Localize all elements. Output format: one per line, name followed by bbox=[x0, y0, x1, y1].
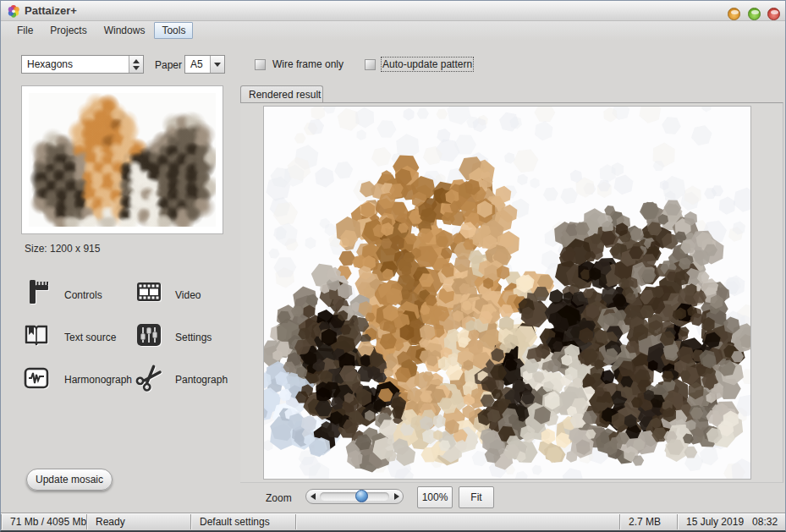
status-file-size: 2.7 MB bbox=[621, 513, 677, 530]
app-logo-flower-icon bbox=[7, 4, 20, 18]
status-spacer bbox=[297, 513, 619, 530]
wire-frame-checkbox-row: Wire frame only bbox=[255, 58, 344, 70]
tab-rendered-result[interactable]: Rendered result bbox=[240, 85, 323, 103]
status-time: 08:32 bbox=[752, 516, 778, 528]
film-icon bbox=[135, 277, 163, 306]
sliders-icon bbox=[135, 321, 163, 349]
menu-file[interactable]: File bbox=[9, 22, 41, 39]
tool-pantograph[interactable] bbox=[135, 364, 163, 392]
tsquare-icon bbox=[22, 277, 51, 306]
auto-update-checkbox[interactable] bbox=[365, 59, 376, 70]
tool-video-label[interactable]: Video bbox=[175, 289, 201, 301]
tab-rendered-result-label: Rendered result bbox=[249, 89, 321, 101]
source-image-thumbnail bbox=[29, 93, 216, 227]
zoom-label: Zoom bbox=[266, 492, 292, 504]
paper-select-value: A5 bbox=[185, 58, 210, 70]
zoom-slider-left-button[interactable] bbox=[306, 490, 319, 503]
wire-frame-label: Wire frame only bbox=[272, 58, 344, 70]
tool-pantograph-label[interactable]: Pantograph bbox=[175, 374, 228, 386]
window-title: Pattaizer+ bbox=[25, 4, 77, 17]
tool-harmonograph-label[interactable]: Harmonograph bbox=[64, 374, 132, 386]
spinner-up-icon bbox=[133, 59, 140, 63]
close-button[interactable] bbox=[767, 8, 780, 20]
tool-text-source[interactable] bbox=[22, 321, 51, 349]
titlebar: Pattaizer+ bbox=[1, 1, 785, 21]
tool-text-source-label[interactable]: Text source bbox=[64, 332, 116, 343]
maximize-button[interactable] bbox=[748, 8, 761, 20]
rendered-mosaic-image bbox=[263, 106, 751, 480]
rendered-result-panel bbox=[240, 102, 783, 483]
paper-dropdown-button[interactable] bbox=[210, 56, 224, 73]
scissors-icon bbox=[135, 364, 163, 392]
zoom-slider-thumb[interactable] bbox=[355, 490, 368, 502]
zoom-slider[interactable] bbox=[305, 489, 404, 504]
source-image-panel bbox=[21, 85, 223, 234]
paper-select[interactable]: A5 bbox=[184, 55, 225, 74]
waveform-icon bbox=[22, 364, 51, 392]
tool-settings-label[interactable]: Settings bbox=[175, 332, 212, 343]
zoom-100-button[interactable]: 100% bbox=[417, 486, 453, 508]
zoom-fit-button[interactable]: Fit bbox=[459, 486, 494, 508]
menu-tools[interactable]: Tools bbox=[154, 22, 193, 39]
status-date: 15 July 2019 bbox=[686, 516, 744, 528]
status-state: Ready bbox=[88, 513, 190, 530]
paper-label: Paper bbox=[155, 59, 182, 71]
auto-update-checkbox-row: Auto-update pattern bbox=[365, 58, 472, 70]
zoom-slider-right-button[interactable] bbox=[390, 490, 403, 503]
minimize-button[interactable] bbox=[728, 8, 740, 20]
menu-windows[interactable]: Windows bbox=[96, 22, 153, 39]
menubar: File Projects Windows Tools bbox=[1, 21, 785, 40]
auto-update-label: Auto-update pattern bbox=[382, 58, 472, 70]
update-mosaic-button[interactable]: Update mosaic bbox=[26, 469, 113, 491]
arrow-left-icon bbox=[311, 493, 316, 500]
tool-controls[interactable] bbox=[22, 277, 51, 306]
app-window: Pattaizer+ File Projects Windows Tools H… bbox=[0, 0, 786, 532]
zoom-slider-track[interactable] bbox=[320, 492, 389, 501]
status-datetime: 15 July 2019 08:32 bbox=[679, 513, 785, 530]
pattern-select-value: Hexagons bbox=[22, 58, 129, 70]
book-icon bbox=[22, 321, 51, 349]
tool-settings[interactable] bbox=[135, 321, 163, 349]
tool-controls-label[interactable]: Controls bbox=[64, 289, 102, 301]
pattern-spinner[interactable] bbox=[129, 56, 143, 73]
pattern-select[interactable]: Hexagons bbox=[21, 55, 144, 74]
status-memory: 71 Mb / 4095 Mb bbox=[3, 513, 86, 530]
status-settings: Default settings bbox=[192, 513, 295, 530]
wire-frame-checkbox[interactable] bbox=[255, 59, 266, 70]
arrow-right-icon bbox=[394, 493, 399, 500]
spinner-down-icon bbox=[133, 66, 140, 70]
tool-video[interactable] bbox=[135, 277, 163, 306]
chevron-down-icon bbox=[214, 63, 221, 67]
tool-harmonograph[interactable] bbox=[22, 364, 51, 392]
menu-projects[interactable]: Projects bbox=[42, 22, 94, 39]
source-size-label: Size: 1200 x 915 bbox=[25, 243, 100, 255]
statusbar: 71 Mb / 4095 Mb Ready Default settings 2… bbox=[1, 513, 785, 530]
